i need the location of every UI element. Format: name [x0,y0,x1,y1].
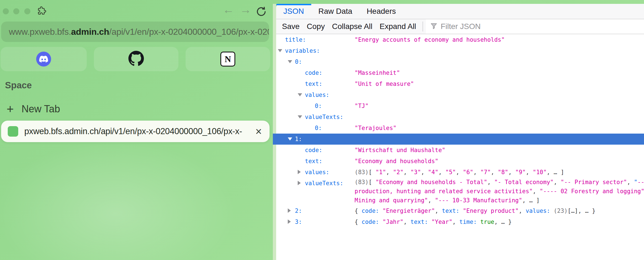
viewer-toolbar: SaveCopyCollapse AllExpand All Filter JS… [276,19,644,34]
url-bar[interactable]: www.pxweb.bfs.admin.ch/api/v1/en/px-x-02… [1,22,269,42]
json-value: "Economy and households" [355,156,644,167]
copy-button[interactable]: Copy [303,19,328,34]
json-key: code: [305,145,322,156]
json-key: 2: [295,205,302,216]
json-row-2[interactable]: 2:{ code: "Energieträger", text: "Energy… [273,205,644,216]
toolbar-separator [423,22,423,31]
json-row-1[interactable]: 1: [273,134,644,145]
filter-placeholder: Filter JSON [441,22,481,31]
json-key: variables: [285,45,320,56]
plus-icon: + [7,102,14,116]
back-button[interactable]: ← [223,4,234,15]
json-row-0[interactable]: 0: [273,56,644,67]
json-value: { code: "Jahr", text: "Year", time: true… [355,216,644,227]
json-row-title[interactable]: title:"Energy accounts of economy and ho… [273,34,644,45]
twisty-right-icon[interactable] [298,170,301,174]
json-key: title: [285,34,306,45]
json-key: valueTexts: [305,178,343,189]
viewer-tab-json[interactable]: JSON [276,4,311,19]
json-row-valueTexts[interactable]: valueTexts: [273,112,644,123]
json-value: "Masseinheit" [355,67,644,78]
url-text: www.pxweb.bfs.admin.ch/api/v1/en/px-x-02… [9,22,269,42]
json-row-0[interactable]: 0:"TJ" [273,100,644,112]
json-viewer-panel: JSONRaw DataHeaders SaveCopyCollapse All… [276,4,644,260]
viewer-tab-headers[interactable]: Headers [360,4,403,19]
browser-window: ← → www.pxweb.bfs.admin.ch/api/v1/en/px-… [0,0,644,260]
twisty-down-icon[interactable] [288,137,292,140]
discord-icon [36,52,51,67]
json-row-text[interactable]: text:"Economy and households" [273,156,644,167]
active-tab[interactable]: pxweb.bfs.admin.ch/api/v1/en/px-x-020400… [1,121,270,142]
twisty-down-icon[interactable] [298,115,302,118]
save-button[interactable]: Save [278,19,303,34]
forward-button[interactable]: → [240,4,251,15]
tab-favicon [8,126,18,137]
json-row-0[interactable]: 0:"Terajoules" [273,123,644,134]
twisty-down-icon[interactable] [288,60,292,63]
reload-button[interactable] [256,6,267,18]
tab-title: pxweb.bfs.admin.ch/api/v1/en/px-x-020400… [24,121,242,142]
json-value: { code: "Energieträger", text: "Energy p… [355,205,644,216]
json-key: values: [305,167,329,178]
json-key: values: [305,89,329,100]
github-icon [128,51,144,67]
json-row-3[interactable]: 3:{ code: "Jahr", text: "Year", time: tr… [273,216,644,227]
shortcut-github[interactable] [94,47,178,71]
json-row-values[interactable]: values:(83)[ "1", "2", "3", "4", "5", "6… [273,167,644,178]
json-value: "Energy accounts of economy and househol… [355,34,644,45]
filter-funnel-icon [430,22,437,31]
json-tree: title:"Energy accounts of economy and ho… [276,34,644,227]
collapse-all-button[interactable]: Collapse All [328,19,376,34]
twisty-right-icon[interactable] [288,219,291,224]
twisty-right-icon[interactable] [288,208,291,213]
json-value: "TJ" [355,100,644,112]
zoom-window-button[interactable] [24,8,30,14]
close-window-button[interactable] [3,8,9,14]
json-value: (83)[ "1", "2", "3", "4", "5", "6", "7",… [355,167,644,178]
json-row-valueTexts[interactable]: valueTexts:(83)[ "Economy and households… [273,178,644,205]
shortcut-discord[interactable] [1,47,87,71]
json-value: "Terajoules" [355,123,644,134]
json-key: code: [305,67,322,78]
json-value: (83)[ "Economy and households - Total", … [355,178,644,205]
filter-json-input[interactable]: Filter JSON [426,19,644,34]
json-row-variables[interactable]: variables: [273,45,644,56]
json-value: "Wirtschaft und Haushalte" [355,145,644,156]
json-key: text: [305,156,322,167]
extensions-puzzle-icon[interactable] [37,6,46,17]
json-key: 0: [315,123,322,134]
viewer-tabbar: JSONRaw DataHeaders [276,4,644,19]
expand-all-button[interactable]: Expand All [376,19,420,34]
twisty-down-icon[interactable] [278,49,282,52]
json-key: valueTexts: [305,112,343,123]
json-value: "Unit of measure" [355,78,644,89]
twisty-down-icon[interactable] [298,93,302,96]
json-key: 1: [295,134,302,145]
json-row-code[interactable]: code:"Wirtschaft und Haushalte" [273,145,644,156]
json-row-code[interactable]: code:"Masseinheit" [273,67,644,78]
new-tab-button[interactable]: + New Tab [0,102,193,116]
json-key: 0: [315,100,322,112]
json-row-values[interactable]: values: [273,89,644,100]
tab-close-icon[interactable]: × [255,121,262,142]
space-heading: Space [5,80,32,91]
minimize-window-button[interactable] [13,8,19,14]
json-key: text: [305,78,322,89]
shortcut-notion[interactable]: N [186,47,270,71]
json-key: 0: [295,56,302,67]
notion-icon: N [220,52,235,67]
new-tab-label: New Tab [22,102,60,116]
twisty-right-icon[interactable] [298,181,301,185]
json-key: 3: [295,216,302,227]
viewer-tab-raw-data[interactable]: Raw Data [311,4,360,19]
json-row-text[interactable]: text:"Unit of measure" [273,78,644,89]
